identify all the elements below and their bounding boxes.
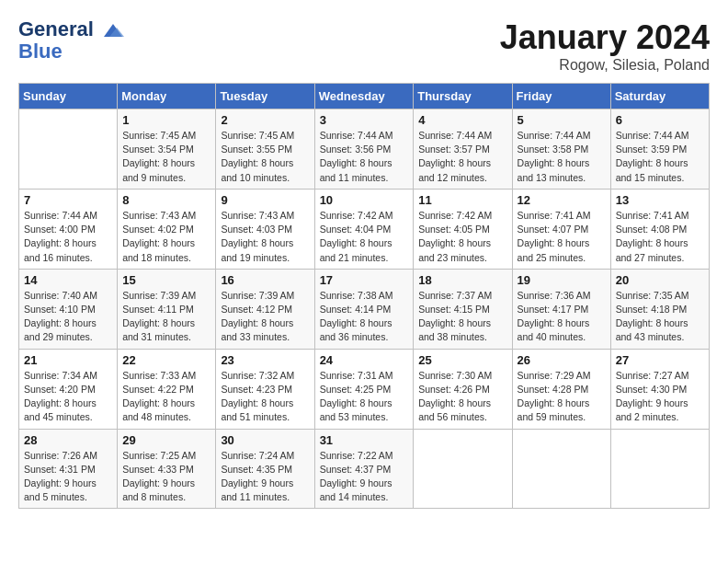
day-number: 4	[418, 113, 506, 127]
day-info: Sunrise: 7:34 AMSunset: 4:20 PMDaylight:…	[24, 369, 112, 425]
weekday-header-wednesday: Wednesday	[314, 84, 414, 109]
day-number: 19	[518, 273, 606, 287]
calendar-cell: 1Sunrise: 7:45 AMSunset: 3:54 PMDaylight…	[118, 109, 216, 190]
title-block: January 2024 Rogow, Silesia, Poland	[500, 18, 710, 74]
weekday-header-saturday: Saturday	[610, 84, 709, 109]
day-info: Sunrise: 7:37 AMSunset: 4:15 PMDaylight:…	[418, 289, 506, 345]
day-info: Sunrise: 7:42 AMSunset: 4:05 PMDaylight:…	[418, 209, 506, 265]
day-number: 3	[320, 113, 409, 127]
day-number: 28	[24, 433, 112, 447]
day-info: Sunrise: 7:27 AMSunset: 4:30 PMDaylight:…	[616, 369, 704, 425]
weekday-header-monday: Monday	[118, 84, 216, 109]
calendar-cell: 20Sunrise: 7:35 AMSunset: 4:18 PMDayligh…	[610, 269, 709, 349]
calendar-cell: 3Sunrise: 7:44 AMSunset: 3:56 PMDaylight…	[314, 109, 414, 190]
day-info: Sunrise: 7:39 AMSunset: 4:12 PMDaylight:…	[221, 289, 309, 345]
day-info: Sunrise: 7:31 AMSunset: 4:25 PMDaylight:…	[320, 369, 409, 425]
logo-text: General	[18, 18, 126, 40]
calendar-cell	[610, 429, 709, 509]
weekday-header-friday: Friday	[512, 84, 610, 109]
calendar-cell: 13Sunrise: 7:41 AMSunset: 4:08 PMDayligh…	[610, 189, 709, 269]
day-info: Sunrise: 7:30 AMSunset: 4:26 PMDaylight:…	[418, 369, 506, 425]
day-info: Sunrise: 7:41 AMSunset: 4:07 PMDaylight:…	[518, 209, 606, 265]
calendar-cell: 16Sunrise: 7:39 AMSunset: 4:12 PMDayligh…	[216, 269, 314, 349]
day-info: Sunrise: 7:45 AMSunset: 3:55 PMDaylight:…	[221, 129, 309, 185]
day-info: Sunrise: 7:44 AMSunset: 3:56 PMDaylight:…	[320, 129, 409, 185]
day-number: 31	[320, 433, 409, 447]
day-number: 29	[122, 433, 210, 447]
day-number: 9	[221, 193, 309, 207]
calendar-cell: 17Sunrise: 7:38 AMSunset: 4:14 PMDayligh…	[314, 269, 414, 349]
day-info: Sunrise: 7:40 AMSunset: 4:10 PMDaylight:…	[24, 289, 112, 345]
month-title: January 2024	[500, 18, 710, 57]
calendar-cell	[414, 429, 512, 509]
logo: General Blue	[18, 18, 126, 63]
weekday-header-sunday: Sunday	[19, 84, 118, 109]
calendar-cell: 27Sunrise: 7:27 AMSunset: 4:30 PMDayligh…	[610, 349, 709, 429]
day-number: 14	[24, 273, 112, 287]
day-number: 23	[221, 353, 309, 367]
calendar-cell: 9Sunrise: 7:43 AMSunset: 4:03 PMDaylight…	[216, 189, 314, 269]
day-number: 15	[122, 273, 210, 287]
day-number: 21	[24, 353, 112, 367]
day-info: Sunrise: 7:39 AMSunset: 4:11 PMDaylight:…	[122, 289, 210, 345]
location: Rogow, Silesia, Poland	[500, 57, 710, 74]
day-number: 18	[418, 273, 506, 287]
day-number: 16	[221, 273, 309, 287]
calendar-cell: 15Sunrise: 7:39 AMSunset: 4:11 PMDayligh…	[118, 269, 216, 349]
day-number: 26	[518, 353, 606, 367]
day-number: 24	[320, 353, 409, 367]
day-info: Sunrise: 7:44 AMSunset: 3:58 PMDaylight:…	[518, 129, 606, 185]
day-number: 11	[418, 193, 506, 207]
day-number: 30	[221, 433, 309, 447]
logo-line2: Blue	[18, 40, 126, 63]
calendar-week-row: 1Sunrise: 7:45 AMSunset: 3:54 PMDaylight…	[19, 109, 710, 190]
day-info: Sunrise: 7:36 AMSunset: 4:17 PMDaylight:…	[518, 289, 606, 345]
day-info: Sunrise: 7:35 AMSunset: 4:18 PMDaylight:…	[616, 289, 704, 345]
calendar-cell: 24Sunrise: 7:31 AMSunset: 4:25 PMDayligh…	[314, 349, 414, 429]
calendar-cell: 2Sunrise: 7:45 AMSunset: 3:55 PMDaylight…	[216, 109, 314, 190]
calendar-table: SundayMondayTuesdayWednesdayThursdayFrid…	[18, 83, 710, 509]
calendar-cell: 21Sunrise: 7:34 AMSunset: 4:20 PMDayligh…	[19, 349, 118, 429]
weekday-header-tuesday: Tuesday	[216, 84, 314, 109]
day-info: Sunrise: 7:44 AMSunset: 3:59 PMDaylight:…	[616, 129, 704, 185]
day-number: 12	[518, 193, 606, 207]
page-header: General Blue January 2024 Rogow, Silesia…	[18, 18, 710, 74]
day-number: 10	[320, 193, 409, 207]
calendar-cell: 31Sunrise: 7:22 AMSunset: 4:37 PMDayligh…	[314, 429, 414, 509]
day-number: 7	[24, 193, 112, 207]
calendar-cell: 26Sunrise: 7:29 AMSunset: 4:28 PMDayligh…	[512, 349, 610, 429]
day-number: 8	[122, 193, 210, 207]
day-number: 1	[122, 113, 210, 127]
day-number: 6	[616, 113, 704, 127]
calendar-week-row: 28Sunrise: 7:26 AMSunset: 4:31 PMDayligh…	[19, 429, 710, 509]
weekday-header-thursday: Thursday	[414, 84, 512, 109]
day-info: Sunrise: 7:26 AMSunset: 4:31 PMDaylight:…	[24, 449, 112, 505]
calendar-cell: 12Sunrise: 7:41 AMSunset: 4:07 PMDayligh…	[512, 189, 610, 269]
day-number: 20	[616, 273, 704, 287]
day-info: Sunrise: 7:42 AMSunset: 4:04 PMDaylight:…	[320, 209, 409, 265]
calendar-cell	[512, 429, 610, 509]
weekday-header-row: SundayMondayTuesdayWednesdayThursdayFrid…	[19, 84, 710, 109]
day-info: Sunrise: 7:41 AMSunset: 4:08 PMDaylight:…	[616, 209, 704, 265]
day-info: Sunrise: 7:43 AMSunset: 4:02 PMDaylight:…	[122, 209, 210, 265]
logo-icon	[100, 20, 126, 40]
calendar-cell: 23Sunrise: 7:32 AMSunset: 4:23 PMDayligh…	[216, 349, 314, 429]
calendar-cell: 28Sunrise: 7:26 AMSunset: 4:31 PMDayligh…	[19, 429, 118, 509]
calendar-cell: 6Sunrise: 7:44 AMSunset: 3:59 PMDaylight…	[610, 109, 709, 190]
calendar-cell: 11Sunrise: 7:42 AMSunset: 4:05 PMDayligh…	[414, 189, 512, 269]
calendar-week-row: 7Sunrise: 7:44 AMSunset: 4:00 PMDaylight…	[19, 189, 710, 269]
calendar-cell: 19Sunrise: 7:36 AMSunset: 4:17 PMDayligh…	[512, 269, 610, 349]
calendar-cell: 29Sunrise: 7:25 AMSunset: 4:33 PMDayligh…	[118, 429, 216, 509]
calendar-cell: 5Sunrise: 7:44 AMSunset: 3:58 PMDaylight…	[512, 109, 610, 190]
day-info: Sunrise: 7:38 AMSunset: 4:14 PMDaylight:…	[320, 289, 409, 345]
day-number: 5	[518, 113, 606, 127]
day-info: Sunrise: 7:43 AMSunset: 4:03 PMDaylight:…	[221, 209, 309, 265]
calendar-cell: 7Sunrise: 7:44 AMSunset: 4:00 PMDaylight…	[19, 189, 118, 269]
calendar-cell: 18Sunrise: 7:37 AMSunset: 4:15 PMDayligh…	[414, 269, 512, 349]
calendar-week-row: 21Sunrise: 7:34 AMSunset: 4:20 PMDayligh…	[19, 349, 710, 429]
calendar-week-row: 14Sunrise: 7:40 AMSunset: 4:10 PMDayligh…	[19, 269, 710, 349]
day-number: 13	[616, 193, 704, 207]
calendar-cell: 4Sunrise: 7:44 AMSunset: 3:57 PMDaylight…	[414, 109, 512, 190]
day-info: Sunrise: 7:24 AMSunset: 4:35 PMDaylight:…	[221, 449, 309, 505]
day-info: Sunrise: 7:44 AMSunset: 3:57 PMDaylight:…	[418, 129, 506, 185]
